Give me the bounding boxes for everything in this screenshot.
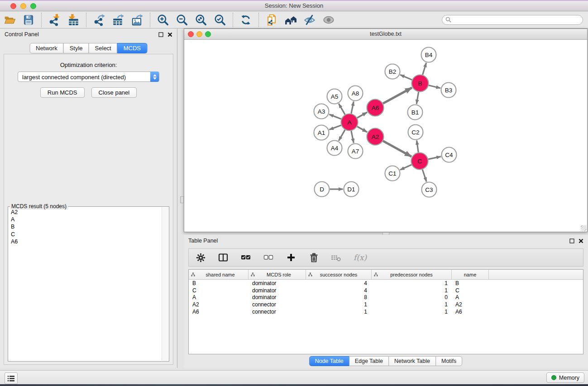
edge-C-C1[interactable] (400, 165, 411, 170)
edge-C-C4[interactable] (428, 157, 441, 159)
toggle-column-view-button[interactable] (218, 252, 229, 263)
open-session-button[interactable] (2, 13, 17, 27)
zoom-in-button[interactable] (156, 13, 170, 27)
tab-motifs[interactable]: Motifs (435, 356, 462, 366)
table-row[interactable]: A2 connector 1 1 A2 (189, 301, 583, 308)
node-label-A4: A4 (331, 145, 339, 152)
tab-mcds[interactable]: MCDS (117, 43, 147, 53)
network-window-titlebar[interactable]: testGlobe.txt (184, 29, 587, 40)
edge-B-B2[interactable] (400, 75, 412, 80)
delete-column-button[interactable] (308, 252, 319, 263)
node-label-A3: A3 (318, 108, 325, 115)
node-label-A8: A8 (352, 90, 359, 97)
memory-status-icon (551, 375, 556, 380)
apply-layout-button[interactable] (239, 13, 253, 27)
edge-C-C3[interactable] (422, 169, 426, 181)
window-titlebar[interactable]: Session: New Session (0, 1, 588, 11)
export-table-button[interactable] (111, 13, 125, 27)
float-panel-icon[interactable] (158, 32, 163, 37)
node-label-C1: C1 (388, 170, 396, 177)
run-mcds-button[interactable]: Run MCDS (40, 87, 85, 98)
zoom-selected-icon (214, 14, 226, 26)
result-item[interactable]: A (11, 216, 162, 223)
export-network-button[interactable] (92, 13, 106, 27)
edge-A-A5[interactable] (339, 104, 345, 114)
optimization-criterion-select[interactable]: largest connected component (directed) (18, 71, 159, 82)
hide-graphics-details-button[interactable] (302, 13, 317, 27)
table-row[interactable]: A dominator 8 0 A (189, 294, 583, 301)
node-label-B: B (418, 80, 422, 87)
result-item[interactable]: A2 (11, 209, 162, 216)
edge-B-B4[interactable] (423, 63, 426, 75)
edge-A-A1[interactable] (329, 125, 341, 130)
edge-A-A2[interactable] (357, 127, 367, 132)
column-header-name[interactable]: name (452, 270, 489, 279)
column-header-shared-name[interactable]: shared name (189, 270, 249, 279)
close-panel-button[interactable]: Close panel (91, 87, 137, 98)
float-panel-icon[interactable] (569, 238, 574, 243)
zoom-selected-button[interactable] (213, 13, 227, 27)
import-network-button[interactable] (47, 13, 62, 27)
close-panel-icon[interactable] (578, 238, 583, 243)
network-canvas[interactable]: B4B2BB3A8A5A6A3B1AC2A1A2A4A7C4CC1C3DD1 (184, 40, 587, 232)
import-table-icon (67, 14, 80, 26)
tab-select[interactable]: Select (89, 43, 118, 53)
zoom-out-button[interactable] (175, 13, 189, 27)
list-icon (7, 375, 15, 382)
new-network-from-selection-button[interactable] (264, 13, 279, 27)
edge-A6-B[interactable] (383, 88, 412, 104)
edge-C-C2[interactable] (417, 140, 419, 152)
cybrowser-home-button[interactable] (283, 13, 298, 27)
close-panel-icon[interactable] (167, 32, 172, 37)
create-column-button[interactable] (286, 252, 296, 263)
tab-edge-table[interactable]: Edge Table (349, 356, 389, 366)
search-input[interactable] (442, 15, 583, 25)
table-row[interactable]: B dominator 4 1 B (189, 280, 583, 287)
edge-A-A3[interactable] (329, 114, 341, 119)
result-item[interactable]: C (11, 231, 162, 238)
table-settings-button[interactable] (195, 252, 206, 263)
node-label-B4: B4 (425, 52, 433, 58)
window-resize-grip[interactable] (581, 225, 587, 231)
edge-A-A6[interactable] (357, 112, 367, 118)
edge-A-A4[interactable] (339, 130, 345, 141)
import-table-button[interactable] (66, 13, 81, 27)
result-scrollbar[interactable] (162, 207, 168, 361)
destroy-table-button[interactable] (331, 252, 342, 263)
control-panel-title: Control Panel (5, 31, 39, 38)
tab-style[interactable]: Style (63, 43, 89, 53)
task-history-button[interactable] (5, 372, 18, 384)
edge-A-A8[interactable] (351, 101, 354, 114)
tab-node-table[interactable]: Node Table (309, 356, 349, 366)
vertical-splitter-grip[interactable] (180, 196, 184, 203)
zoom-fit-icon (195, 14, 207, 26)
status-bar: Memory (0, 370, 588, 384)
show-graphics-details-button[interactable] (321, 13, 336, 27)
column-header-mcds-role[interactable]: MCDS role (249, 270, 306, 279)
export-image-icon (131, 14, 143, 26)
column-header-successor-nodes[interactable]: successor nodes (306, 270, 372, 279)
edge-B-B3[interactable] (429, 86, 440, 88)
save-session-button[interactable] (21, 13, 36, 27)
zoom-fit-button[interactable] (194, 13, 208, 27)
tab-network[interactable]: Network (29, 43, 64, 53)
node-label-C: C (417, 158, 422, 165)
column-header-predecessor-nodes[interactable]: predecessor nodes (372, 270, 452, 279)
function-builder-button[interactable]: f(x) (354, 252, 367, 263)
tab-network-table[interactable]: Network Table (388, 356, 436, 366)
select-all-button[interactable] (240, 252, 251, 263)
deselect-all-button[interactable] (263, 252, 274, 263)
result-item[interactable]: A6 (11, 238, 162, 245)
edge-A2-C[interactable] (383, 141, 411, 157)
result-item[interactable]: B (11, 223, 162, 230)
node-label-A: A (347, 119, 351, 126)
edge-A-A7[interactable] (351, 131, 354, 143)
table-row[interactable]: C dominator 4 1 C (189, 287, 583, 294)
memory-button[interactable]: Memory (546, 372, 584, 383)
import-network-icon (48, 14, 61, 26)
table-panel-tabs: Node Table Edge Table Network Table Moti… (310, 356, 463, 366)
edge-B-B1[interactable] (416, 92, 419, 104)
table-row[interactable]: A6 connector 1 1 A6 (189, 308, 583, 315)
mcds-result-list[interactable]: A2 A B C A6 (9, 207, 162, 361)
export-image-button[interactable] (130, 13, 144, 27)
